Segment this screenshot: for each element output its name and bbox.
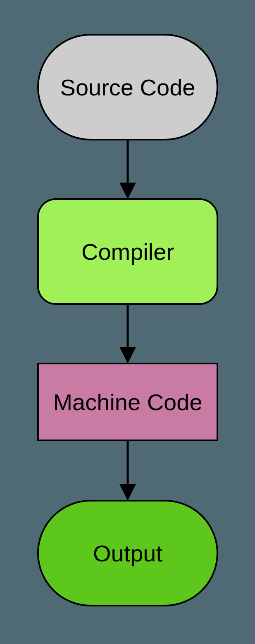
flowchart-canvas: Source Code Compiler Machine Code Output — [0, 0, 255, 644]
node-source-code-label: Source Code — [60, 74, 195, 101]
node-machine-code-label: Machine Code — [53, 389, 202, 416]
node-output-label: Output — [93, 540, 162, 567]
node-output: Output — [37, 500, 218, 606]
node-compiler-label: Compiler — [81, 238, 174, 265]
node-machine-code: Machine Code — [37, 363, 218, 441]
node-compiler: Compiler — [37, 198, 218, 305]
node-source-code: Source Code — [37, 34, 218, 140]
